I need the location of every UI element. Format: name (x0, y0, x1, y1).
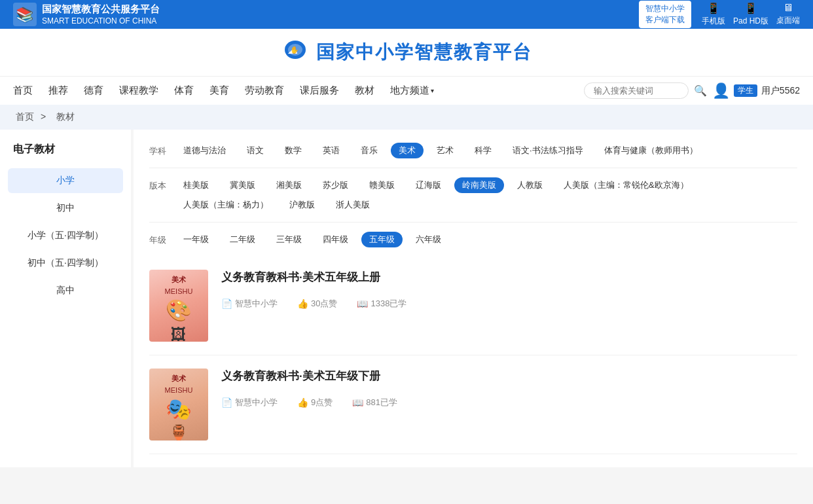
filter-tag-calligraphy[interactable]: 语文·书法练习指导 (505, 143, 591, 158)
filter-tag-math[interactable]: 数学 (277, 143, 310, 158)
filter-tag-art[interactable]: 美术 (391, 143, 424, 158)
nav-moral[interactable]: 德育 (84, 83, 103, 98)
book-cover-2[interactable]: 美术 MEISHU 🎭 🏺 (149, 369, 208, 441)
breadcrumb-current: 教材 (56, 111, 75, 122)
filter-tag-zhejenmei[interactable]: 浙人美版 (328, 197, 378, 213)
filter-tag-sushao[interactable]: 苏少版 (315, 177, 356, 193)
svg-text:📚: 📚 (16, 6, 34, 24)
book-learners-2: 📖 881已学 (352, 397, 397, 408)
filter-tag-lingnan[interactable]: 岭南美版 (454, 177, 504, 193)
chevron-down-icon: ▾ (431, 87, 434, 94)
sidebar-item-elementary[interactable]: 小学 (8, 168, 123, 193)
edition-filter-row-2: 人美版（主编：杨力） 沪教版 浙人美版 (149, 197, 797, 213)
filter-tag-grade4[interactable]: 四年级 (315, 232, 356, 247)
grade-label: 年级 (149, 232, 168, 246)
book-cover-art-3: 🎭 (166, 397, 192, 422)
logo-icon: 📚 (13, 3, 37, 26)
filter-tag-pe[interactable]: 体育与健康（教师用书） (596, 143, 706, 158)
nav-recommend[interactable]: 推荐 (48, 83, 68, 98)
nav-bar: 首页 推荐 德育 课程教学 体育 美育 劳动教育 课后服务 教材 地方频道 ▾ … (0, 76, 813, 105)
book-cover-inner-2: 美术 MEISHU 🎭 🏺 (149, 369, 208, 441)
book-cover-art-2: 🖼 (171, 325, 187, 342)
book-publisher-1: 📄 智慧中小学 (221, 298, 278, 310)
logo: 📚 国家智慧教育公共服务平台 SMART EDUCATION OF CHINA (13, 2, 160, 27)
filter-tag-grade2[interactable]: 二年级 (222, 232, 263, 247)
filter-tag-liaohai[interactable]: 辽海版 (408, 177, 449, 193)
filter-divider-1 (149, 168, 797, 168)
platform-logo: ☁ ✋ (281, 38, 310, 67)
filter-tag-jimei[interactable]: 冀美版 (222, 177, 263, 193)
user-info: 👤 学生 用户5562 (712, 82, 800, 99)
device-links: 📱 手机版 📱 Pad HD版 🖥 桌面端 (702, 2, 800, 27)
edition-tags: 桂美版 冀美版 湘美版 苏少版 赣美版 辽海版 岭南美版 人教版 人美版（主编：… (175, 177, 696, 193)
nav-course[interactable]: 课程教学 (119, 83, 158, 98)
username: 用户5562 (761, 85, 800, 97)
platform-bar: ☁ ✋ 国家中小学智慧教育平台 (0, 29, 813, 76)
nav-sports[interactable]: 体育 (174, 83, 194, 98)
filter-tag-renmei-yangli[interactable]: 人美版（主编：杨力） (175, 197, 276, 213)
filter-tag-xiangmei[interactable]: 湘美版 (268, 177, 310, 193)
filter-tag-ganmei[interactable]: 赣美版 (361, 177, 403, 193)
filter-tag-guimei[interactable]: 桂美版 (175, 177, 217, 193)
mobile-icon: 📱 (707, 2, 720, 14)
nav-arts[interactable]: 美育 (209, 83, 229, 98)
nav-textbook[interactable]: 教材 (355, 83, 374, 98)
search-input[interactable] (584, 82, 689, 99)
sidebar-item-elementary-54[interactable]: 小学（五·四学制） (0, 222, 131, 249)
book-title-2[interactable]: 义务教育教科书·美术五年级下册 (221, 369, 797, 384)
content-area: 学科 道德与法治 语文 数学 英语 音乐 美术 艺术 科学 语文·书法练习指导 … (134, 130, 813, 467)
book-cover-subtitle-1: MEISHU (165, 287, 193, 295)
pad-icon: 📱 (744, 2, 757, 14)
nav-after-school[interactable]: 课后服务 (300, 83, 339, 98)
filter-tag-science[interactable]: 科学 (467, 143, 499, 158)
filter-tag-renmei-changrui[interactable]: 人美版（主编：常锐伦&欧京海） (556, 177, 696, 193)
breadcrumb: 首页 > 教材 (0, 105, 813, 130)
book-title-1[interactable]: 义务教育教科书·美术五年级上册 (221, 270, 797, 285)
filter-tag-grade5[interactable]: 五年级 (361, 232, 403, 247)
filter-tag-music[interactable]: 音乐 (353, 143, 386, 158)
search-button[interactable]: 🔍 (694, 84, 707, 97)
book-cover-art-1: 🎨 (166, 298, 192, 323)
nav-labor[interactable]: 劳动教育 (245, 83, 284, 98)
book-cover-inner-1: 美术 MEISHU 🎨 🖼 (149, 270, 208, 342)
sidebar-item-middle[interactable]: 初中 (0, 194, 131, 222)
book-cover-1[interactable]: 美术 MEISHU 🎨 🖼 (149, 270, 208, 342)
filter-tag-hujiao[interactable]: 沪教版 (281, 197, 323, 213)
book-learners-1: 📖 1338已学 (357, 298, 406, 310)
filter-tag-arts[interactable]: 艺术 (429, 143, 461, 158)
book-info-1: 义务教育教科书·美术五年级上册 📄 智慧中小学 👍 30点赞 📖 1338 (221, 270, 797, 310)
subject-tags: 道德与法治 语文 数学 英语 音乐 美术 艺术 科学 语文·书法练习指导 体育与… (175, 143, 706, 158)
pad-link[interactable]: 📱 Pad HD版 (733, 2, 768, 27)
user-avatar-icon: 👤 (712, 82, 730, 99)
user-role-badge: 学生 (734, 84, 757, 97)
like-icon-2: 👍 (297, 397, 308, 408)
book-item-2: 美术 MEISHU 🎭 🏺 义务教育教科书·美术五年级下册 📄 智慧中小学 (149, 355, 797, 454)
filter-tag-grade6[interactable]: 六年级 (408, 232, 449, 247)
publisher-icon-2: 📄 (221, 397, 232, 408)
breadcrumb-home[interactable]: 首页 (16, 111, 34, 122)
nav-links: 首页 推荐 德育 课程教学 体育 美育 劳动教育 课后服务 教材 地方频道 ▾ (13, 83, 434, 98)
logo-text: 国家智慧教育公共服务平台 SMART EDUCATION OF CHINA (42, 2, 160, 27)
grade-filter-row: 年级 一年级 二年级 三年级 四年级 五年级 六年级 (149, 232, 797, 247)
main-layout: 电子教材 小学 初中 小学（五·四学制） 初中（五·四学制） 高中 学科 道德与… (0, 130, 813, 467)
filter-tag-chinese[interactable]: 语文 (239, 143, 272, 158)
learners-icon-2: 📖 (352, 397, 363, 408)
filter-tag-grade3[interactable]: 三年级 (268, 232, 310, 247)
book-info-2: 义务教育教科书·美术五年级下册 📄 智慧中小学 👍 9点赞 📖 881已学 (221, 369, 797, 408)
book-meta-2: 📄 智慧中小学 👍 9点赞 📖 881已学 (221, 397, 797, 408)
nav-local[interactable]: 地方频道 ▾ (390, 83, 434, 98)
book-list: 美术 MEISHU 🎨 🖼 义务教育教科书·美术五年级上册 📄 智慧中小学 (149, 257, 797, 454)
top-bar-right: 智慧中小学 客户端下载 📱 手机版 📱 Pad HD版 🖥 桌面端 (639, 1, 800, 28)
desktop-link[interactable]: 🖥 桌面端 (776, 2, 800, 27)
filter-tag-moral[interactable]: 道德与法治 (175, 143, 234, 158)
subject-label: 学科 (149, 143, 168, 157)
filter-tag-renjiao[interactable]: 人教版 (509, 177, 551, 193)
platform-title: 国家中小学智慧教育平台 (316, 40, 532, 65)
mobile-link[interactable]: 📱 手机版 (702, 2, 725, 27)
sidebar-item-high[interactable]: 高中 (0, 277, 131, 304)
filter-tag-english[interactable]: 英语 (315, 143, 348, 158)
sidebar-item-middle-54[interactable]: 初中（五·四学制） (0, 249, 131, 277)
download-button[interactable]: 智慧中小学 客户端下载 (639, 1, 691, 28)
filter-tag-grade1[interactable]: 一年级 (175, 232, 217, 247)
nav-home[interactable]: 首页 (13, 83, 33, 98)
